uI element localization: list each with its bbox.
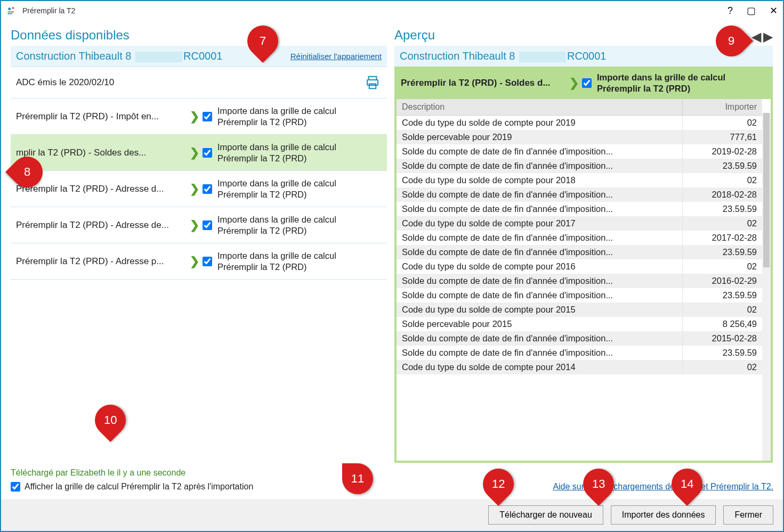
table-row[interactable]: Solde du compte de date de fin d'année d…: [397, 274, 762, 288]
cell-description: Solde du compte de date de fin d'année d…: [397, 274, 682, 288]
cell-description: Solde du compte de date de fin d'année d…: [397, 331, 682, 346]
cell-description: Solde du compte de date de fin d'année d…: [397, 187, 682, 202]
callout-11: 11: [342, 463, 373, 494]
data-row[interactable]: mplir la T2 (PRD) - Soldes des...❯Import…: [11, 135, 387, 171]
svg-rect-3: [8, 13, 12, 14]
table-row[interactable]: Code du type du solde de compte pour 201…: [397, 259, 762, 274]
show-grid-checkbox-label[interactable]: Afficher la grille de calcul Préremplir …: [11, 482, 253, 492]
col-description[interactable]: Description: [397, 99, 682, 116]
preview-table: Description Importer Code du type du sol…: [397, 99, 762, 374]
preview-heading: Aperçu: [394, 28, 435, 43]
row-import-checkbox[interactable]: [203, 148, 212, 158]
cell-description: Solde du compte de date de fin d'année d…: [397, 288, 682, 302]
show-grid-checkbox[interactable]: [11, 482, 20, 492]
svg-rect-6: [369, 84, 376, 89]
table-row[interactable]: Solde percevable pour 20158 256,49: [397, 317, 762, 331]
cell-value: 8 256,49: [682, 317, 762, 331]
cell-description: Solde du compte de date de fin d'année d…: [397, 346, 682, 360]
data-row-label: mplir la T2 (PRD) - Soldes des...: [16, 148, 187, 158]
preview-import-checkbox[interactable]: [582, 78, 592, 88]
scrollbar-thumb[interactable]: [763, 113, 770, 267]
company-prefix: Construction Thibeault 8: [16, 50, 131, 62]
row-import-text: Importe dans la grille de calculPrérempl…: [217, 105, 336, 127]
chevron-right-icon: ❯: [190, 182, 199, 196]
data-row[interactable]: Préremplir la T2 (PRD) - Adresse p...❯Im…: [11, 243, 387, 280]
cell-description: Solde percevable pour 2015: [397, 317, 682, 331]
cell-value: 02: [682, 173, 762, 187]
cell-description: Code du type du solde de compte pour 201…: [397, 173, 682, 187]
cell-value: 02: [682, 216, 762, 231]
row-import-checkbox[interactable]: [203, 184, 212, 194]
svg-rect-2: [8, 12, 14, 13]
cell-value: 2017-02-28: [682, 231, 762, 245]
table-row[interactable]: Code du type du solde de compte pour 201…: [397, 216, 762, 231]
adc-row[interactable]: ADC émis le 2020/02/10: [11, 67, 387, 99]
next-arrow-icon[interactable]: ▶: [763, 29, 773, 44]
window-title: Préremplir la T2: [22, 6, 728, 15]
table-row[interactable]: Solde du compte de date de fin d'année d…: [397, 187, 762, 202]
company-suffix: RC0001: [183, 50, 222, 62]
cell-description: Code du type du solde de compte pour 201…: [397, 360, 682, 374]
data-row[interactable]: Préremplir la T2 (PRD) - Adresse d...❯Im…: [11, 171, 387, 207]
data-row[interactable]: Préremplir la T2 (PRD) - Impôt en...❯Imp…: [11, 99, 387, 135]
cell-description: Solde du compte de date de fin d'année d…: [397, 144, 682, 159]
available-data-heading: Données disponibles: [11, 28, 387, 43]
prev-arrow-icon[interactable]: ◀: [751, 29, 761, 44]
cell-value: 23.59.59: [682, 202, 762, 216]
table-row[interactable]: Solde du compte de date de fin d'année d…: [397, 346, 762, 360]
adc-label: ADC émis le 2020/02/10: [16, 77, 187, 88]
preview-import-line1: Importe dans la grille de calcul: [597, 72, 725, 82]
table-row[interactable]: Solde du compte de date de fin d'année d…: [397, 159, 762, 173]
download-status: Téléchargé par Elizabeth le il y a une s…: [11, 468, 253, 478]
close-dialog-button[interactable]: Fermer: [723, 505, 773, 525]
data-row[interactable]: Préremplir la T2 (PRD) - Adresse de...❯I…: [11, 207, 387, 243]
data-row-label: Préremplir la T2 (PRD) - Adresse d...: [16, 184, 187, 194]
row-import-checkbox[interactable]: [203, 220, 212, 230]
table-row[interactable]: Solde du compte de date de fin d'année d…: [397, 231, 762, 245]
chevron-right-icon: ❯: [569, 76, 579, 90]
cell-value: 2015-02-28: [682, 331, 762, 346]
company-header-left: Construction Thibeault 8 RC0001 Réinitia…: [11, 46, 387, 67]
company-prefix-r: Construction Thibeault 8: [400, 50, 515, 62]
import-data-button[interactable]: Importer des données: [611, 505, 716, 525]
data-row-label: Préremplir la T2 (PRD) - Adresse p...: [16, 256, 187, 267]
close-button[interactable]: ✕: [770, 5, 778, 17]
svg-point-0: [8, 7, 11, 10]
table-row[interactable]: Solde du compte de date de fin d'année d…: [397, 245, 762, 259]
table-row[interactable]: Code du type du solde de compte pour 201…: [397, 360, 762, 374]
titlebar: Préremplir la T2 ? ▢ ✕: [1, 1, 783, 20]
redacted-box: [135, 52, 182, 62]
cell-value: 23.59.59: [682, 245, 762, 259]
table-row[interactable]: Code du type du solde de compte pour 201…: [397, 173, 762, 187]
cell-value: 23.59.59: [682, 346, 762, 360]
help-button[interactable]: ?: [728, 5, 733, 17]
preview-target-label: Préremplir la T2 (PRD) - Soldes d...: [401, 78, 566, 88]
table-row[interactable]: Solde du compte de date de fin d'année d…: [397, 288, 762, 302]
row-import-text: Importe dans la grille de calculPrérempl…: [217, 214, 336, 236]
table-row[interactable]: Code du type du solde de compte pour 201…: [397, 116, 762, 130]
company-header-right: Construction Thibeault 8 RC0001: [394, 46, 773, 67]
cell-description: Solde du compte de date de fin d'année d…: [397, 159, 682, 173]
app-icon: [6, 5, 17, 16]
cell-value: 2019-02-28: [682, 144, 762, 159]
cell-value: 02: [682, 302, 762, 317]
chevron-right-icon: ❯: [190, 218, 199, 232]
row-import-checkbox[interactable]: [203, 112, 212, 121]
maximize-button[interactable]: ▢: [747, 5, 756, 17]
cell-value: 23.59.59: [682, 288, 762, 302]
print-icon[interactable]: [363, 75, 382, 91]
table-row[interactable]: Solde du compte de date de fin d'année d…: [397, 202, 762, 216]
cell-description: Solde percevable pour 2019: [397, 130, 682, 144]
col-import[interactable]: Importer: [682, 99, 762, 116]
table-row[interactable]: Solde du compte de date de fin d'année d…: [397, 144, 762, 159]
preview-import-line2: Préremplir la T2 (PRD): [597, 84, 690, 93]
table-row[interactable]: Code du type du solde de compte pour 201…: [397, 302, 762, 317]
download-again-button[interactable]: Télécharger de nouveau: [488, 505, 603, 525]
reset-matching-link[interactable]: Réinitialiser l'appariement: [290, 52, 382, 61]
table-row[interactable]: Solde percevable pour 2019777,61: [397, 130, 762, 144]
table-row[interactable]: Solde du compte de date de fin d'année d…: [397, 331, 762, 346]
cell-value: 02: [682, 360, 762, 374]
row-import-checkbox[interactable]: [203, 257, 212, 266]
scrollbar[interactable]: [762, 113, 771, 461]
cell-value: 02: [682, 259, 762, 274]
